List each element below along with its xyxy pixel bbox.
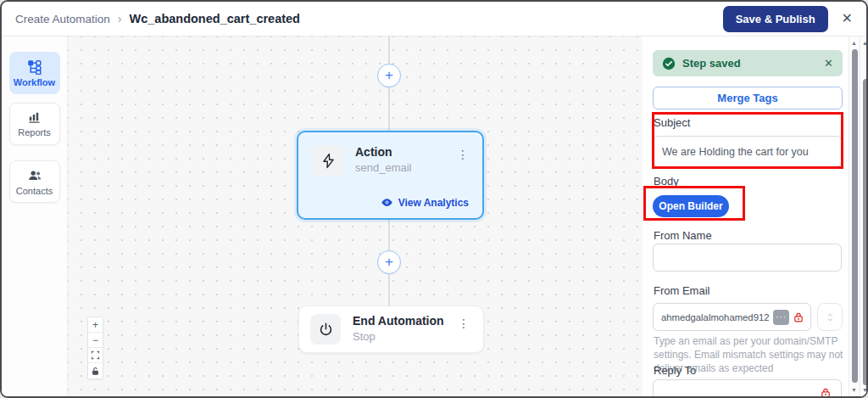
eye-icon (381, 196, 393, 209)
top-bar: Create Automation › Wc_abandoned_cart_cr… (2, 2, 866, 36)
lightning-bolt-icon (313, 145, 343, 176)
panel-scrollbar[interactable]: ▲ ▼ (849, 36, 859, 396)
reply-to-label: Reply To (654, 364, 696, 377)
subject-label: Subject (654, 116, 690, 129)
end-node-menu-icon[interactable]: ⋮ (456, 314, 471, 333)
from-email-input[interactable]: ahmedgalalmohamed912@gmail.c ··· (653, 303, 811, 331)
zoom-in-icon: + (92, 319, 98, 331)
sidebar-item-label: Reports (18, 127, 51, 137)
action-node-title: Action (355, 145, 455, 159)
fit-view-icon (91, 350, 100, 360)
from-email-row: ahmedgalalmohamed912@gmail.c ··· (653, 303, 843, 331)
zoom-in-button[interactable]: + (88, 317, 103, 333)
sidebar-item-contacts[interactable]: Contacts (9, 160, 60, 203)
breadcrumb-parent-link[interactable]: Create Automation (15, 13, 110, 25)
from-email-label: From Email (654, 284, 709, 297)
unlock-icon (91, 367, 100, 376)
automation-editor-window: + + Action send_email ⋮ View Analytics E… (0, 0, 868, 398)
sidebar-item-label: Contacts (16, 186, 53, 196)
close-icon[interactable]: ✕ (842, 12, 853, 25)
panel-scrollbar-thumb[interactable] (852, 49, 858, 383)
add-step-button-top[interactable]: + (377, 64, 401, 87)
lock-icon (820, 387, 832, 398)
check-circle-icon (662, 57, 676, 70)
page-scrollbar-thumb[interactable] (863, 79, 868, 385)
scroll-up-icon[interactable]: ▲ (860, 40, 868, 46)
subject-input[interactable] (653, 136, 842, 167)
from-email-value: ahmedgalalmohamed912@gmail.c (661, 312, 770, 322)
lock-icon (793, 311, 804, 323)
scroll-down-icon[interactable]: ▼ (849, 387, 859, 393)
end-automation-node[interactable]: End Automation Stop ⋮ (298, 306, 484, 353)
plus-icon: + (385, 67, 393, 84)
reply-to-input[interactable] (653, 379, 842, 398)
toast-message: Step saved (682, 57, 741, 70)
contacts-icon (27, 168, 42, 183)
end-node-subtitle: Stop (353, 330, 456, 343)
step-settings-panel: Step saved ✕ Merge Tags Subject Body Ope… (643, 36, 849, 398)
scroll-down-icon[interactable]: ▼ (860, 387, 868, 393)
view-analytics-link[interactable]: View Analytics (381, 196, 469, 209)
breadcrumb-current-title: Wc_abandoned_cart_created (130, 12, 300, 25)
truncation-dots-chip: ··· (773, 310, 789, 325)
action-node-send-email[interactable]: Action send_email ⋮ View Analytics (297, 131, 484, 220)
plus-icon: + (385, 254, 393, 271)
select-chevron-icon (826, 312, 834, 322)
save-publish-button[interactable]: Save & Publish (723, 6, 828, 32)
workflow-icon (27, 59, 42, 75)
power-icon (310, 314, 341, 345)
page-scrollbar[interactable]: ▲ ▼ (860, 36, 868, 396)
lock-canvas-button[interactable] (88, 363, 103, 378)
topbar-actions: Save & Publish ✕ (723, 6, 853, 32)
merge-tags-button[interactable]: Merge Tags (653, 87, 843, 109)
from-name-label: From Name (654, 229, 712, 242)
fit-view-button[interactable] (88, 348, 103, 363)
action-node-subtitle: send_email (355, 161, 455, 174)
zoom-out-button[interactable]: − (88, 333, 103, 348)
canvas-zoom-controls: + − (87, 317, 103, 379)
add-step-button-bottom[interactable]: + (377, 250, 401, 274)
view-analytics-label: View Analytics (398, 197, 469, 209)
from-name-input[interactable] (653, 244, 842, 272)
step-saved-toast: Step saved ✕ (653, 50, 843, 76)
end-node-title: End Automation (353, 314, 456, 328)
sidebar-item-label: Workflow (14, 77, 55, 87)
editor-sidebar: Workflow Reports Contacts (2, 36, 68, 396)
from-email-select-button[interactable] (817, 303, 843, 331)
zoom-out-icon: − (92, 334, 98, 346)
breadcrumb-separator-icon: › (118, 12, 122, 25)
open-builder-button[interactable]: Open Builder (653, 195, 729, 217)
bar-chart-icon (27, 110, 42, 125)
action-node-menu-icon[interactable]: ⋮ (455, 145, 470, 164)
scroll-up-icon[interactable]: ▲ (849, 40, 859, 46)
body-label: Body (654, 175, 679, 188)
toast-close-icon[interactable]: ✕ (824, 57, 833, 70)
sidebar-item-workflow[interactable]: Workflow (9, 52, 60, 94)
sidebar-item-reports[interactable]: Reports (9, 103, 60, 145)
